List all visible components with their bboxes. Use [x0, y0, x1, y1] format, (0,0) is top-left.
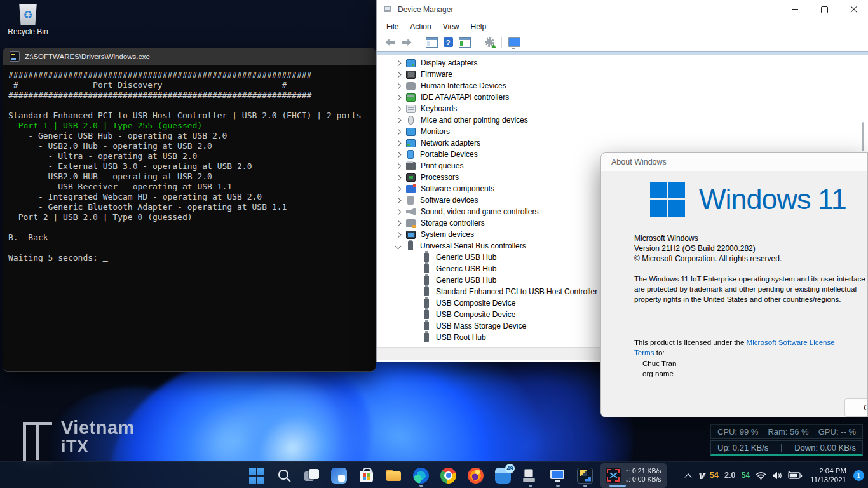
hidden-icons-chevron-icon[interactable] — [686, 473, 691, 478]
taskbar-app-49-button[interactable]: 49 — [490, 463, 516, 488]
chevron-right-icon[interactable] — [395, 128, 402, 135]
chevron-right-icon[interactable] — [395, 83, 402, 89]
edge-icon — [413, 468, 429, 484]
taskbar-widgets-button[interactable] — [326, 463, 352, 488]
tray-number[interactable]: 54 — [741, 471, 750, 480]
licensee-name: Chuc Tran — [642, 359, 677, 367]
desktop: Vietnam iTX ♻ Recycle Bin Z:\SOFTWARES\D… — [0, 0, 868, 488]
tray-number[interactable]: 2.0 — [724, 471, 735, 480]
tray-number[interactable]: 54 — [710, 471, 719, 480]
device-properties-icon[interactable] — [507, 36, 521, 49]
tree-item[interactable]: Network adapters — [377, 137, 868, 149]
notification-count-badge: 49 — [505, 464, 515, 473]
v-tray-icon[interactable]: V — [698, 470, 704, 481]
taskbar-chrome-button[interactable] — [435, 463, 461, 488]
usb-child-icon — [424, 253, 429, 262]
close-button[interactable] — [839, 0, 868, 19]
chevron-right-icon[interactable] — [395, 140, 402, 146]
license-suffix: to: — [654, 348, 665, 356]
upload-stat: Up: 0.21 KB/s — [717, 443, 768, 452]
chevron-right-icon[interactable] — [395, 208, 402, 215]
tree-item-label: System devices — [421, 230, 474, 239]
menu-help[interactable]: Help — [465, 21, 492, 32]
chevron-down-icon[interactable] — [395, 243, 402, 249]
firefox-icon — [468, 468, 484, 484]
taskbar-microsoft-store-button[interactable] — [353, 463, 379, 488]
watermark-text-2: iTX — [61, 437, 135, 456]
taskbar-hardware-app-button[interactable] — [517, 463, 543, 488]
recycle-bin-icon[interactable]: ♻ Recycle Bin — [4, 4, 52, 36]
chevron-right-icon[interactable] — [395, 71, 402, 78]
forward-icon[interactable] — [400, 36, 414, 49]
chevron-right-icon[interactable] — [395, 105, 402, 112]
chevron-right-icon[interactable] — [395, 174, 402, 180]
taskbar-display-app-button[interactable] — [545, 463, 571, 488]
scan-hardware-icon[interactable] — [482, 36, 496, 49]
maximize-button[interactable] — [810, 0, 839, 19]
taskbar-start-button[interactable] — [244, 463, 270, 488]
keyboard-icon — [406, 105, 416, 113]
chevron-right-icon[interactable] — [395, 151, 402, 158]
tree-item-label: Generic USB Hub — [436, 264, 496, 273]
usb-icon — [408, 241, 413, 250]
portable-icon — [407, 150, 414, 159]
battery-charging-icon[interactable] — [788, 471, 803, 480]
vertical-scrollbar[interactable] — [862, 122, 864, 151]
licensee-org: org name — [642, 369, 674, 377]
console-title-bar[interactable]: Z:\SOFTWARES\Drivers\Windows.exe — [3, 48, 376, 65]
device-manager-title-bar[interactable]: Device Manager — [377, 0, 868, 19]
console-window[interactable]: Z:\SOFTWARES\Drivers\Windows.exe #######… — [3, 48, 376, 372]
menu-view[interactable]: View — [437, 21, 465, 32]
tree-item[interactable]: Display adapters — [377, 57, 868, 69]
taskbar-firefox-button[interactable] — [463, 463, 489, 488]
taskbar-capture-app[interactable]: ↑: 0.21 KB/s ↓: 0.00 KB/s — [600, 463, 667, 488]
ok-button[interactable]: OK — [844, 398, 868, 417]
chevron-right-icon[interactable] — [395, 60, 402, 66]
tree-item[interactable]: Keyboards — [377, 103, 868, 114]
console-line: - External USB 3.0 - operating at USB 2.… — [8, 161, 376, 172]
action-pane-icon[interactable] — [458, 36, 471, 49]
taskbar-task-view-button[interactable] — [299, 463, 325, 488]
console-line: ########################################… — [8, 70, 376, 80]
tree-item-label: Portable Devices — [420, 150, 478, 159]
chevron-right-icon[interactable] — [395, 186, 402, 192]
tree-item-label: IDE ATA/ATAPI controllers — [421, 93, 509, 102]
tree-item[interactable]: Monitors — [377, 126, 868, 137]
taskbar-edge-button[interactable] — [408, 463, 434, 488]
console-output[interactable]: ########################################… — [3, 65, 376, 371]
widgets-icon — [331, 468, 347, 484]
console-pane-icon[interactable] — [424, 36, 438, 49]
chevron-right-icon[interactable] — [395, 117, 402, 123]
divider — [611, 222, 867, 222]
tree-item-label: Display adapters — [421, 58, 477, 67]
vietnamitx-logo-icon — [23, 422, 55, 463]
gpu-stat: GPU: -- % — [818, 427, 856, 437]
trademark-paragraph: The Windows 11 IoT Enterprise operating … — [634, 274, 867, 304]
notification-badge[interactable]: 1 — [853, 470, 864, 481]
chevron-right-icon[interactable] — [395, 231, 402, 238]
menu-file[interactable]: File — [381, 21, 404, 32]
taskbar-clock[interactable]: 2:04 PM 11/13/2021 — [810, 466, 846, 484]
performance-widget[interactable]: CPU: 99 % Ram: 56 % GPU: -- % Up: 0.21 K… — [710, 424, 863, 456]
minimize-button[interactable] — [780, 0, 810, 19]
chevron-right-icon[interactable] — [395, 163, 402, 169]
menu-action[interactable]: Action — [404, 21, 437, 32]
chevron-right-icon[interactable] — [395, 220, 402, 226]
back-icon[interactable] — [383, 36, 397, 49]
tree-item[interactable]: IDE ATA/ATAPI controllers — [377, 92, 868, 103]
wifi-icon[interactable] — [756, 471, 766, 480]
volume-icon[interactable] — [772, 471, 782, 480]
chevron-right-icon[interactable] — [395, 94, 402, 100]
taskbar-dos-app-button[interactable] — [572, 463, 598, 488]
taskbar-file-explorer-button[interactable] — [381, 463, 407, 488]
help-icon[interactable] — [441, 36, 455, 49]
search-icon — [276, 468, 292, 484]
taskbar-search-button[interactable] — [271, 463, 297, 488]
tree-item[interactable]: Firmware — [377, 69, 868, 80]
tree-item[interactable]: Human Interface Devices — [377, 80, 868, 92]
network-icon — [406, 139, 416, 147]
tree-item[interactable]: Mice and other pointing devices — [377, 114, 868, 126]
console-app-icon — [10, 51, 20, 62]
version-line: Version 21H2 (OS Build 22000.282) — [634, 243, 782, 254]
chevron-right-icon[interactable] — [395, 197, 402, 203]
